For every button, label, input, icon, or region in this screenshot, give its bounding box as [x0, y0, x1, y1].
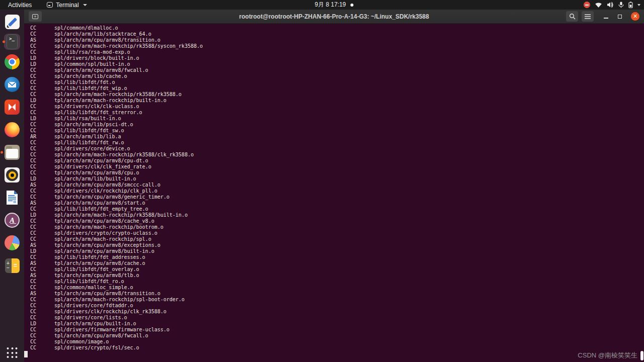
- build-log-line: CCspl/common/dlmalloc.o: [24, 25, 644, 31]
- minimize-icon: [604, 18, 608, 19]
- build-log-line: AStpl/arch/arm/cpu/armv8/tlb.o: [24, 273, 644, 279]
- build-log-line: ASspl/arch/arm/cpu/armv8/start.o: [24, 200, 644, 206]
- build-log-line: CCspl/arch/arm/mach-rockchip/rk3588/sysc…: [24, 43, 644, 49]
- build-log-line: CCspl/common/malloc_simple.o: [24, 285, 644, 291]
- watermark: CSDN @南棱笑笑生: [578, 351, 637, 360]
- system-tray[interactable]: [584, 0, 640, 10]
- build-log-line: CCspl/common/image.o: [24, 339, 644, 345]
- build-log-line: AStpl/arch/arm/cpu/armv8/exceptions.o: [24, 242, 644, 248]
- build-log-line: CCspl/arch/arm/lib/stacktrace_64.o: [24, 31, 644, 37]
- dock-item-rhythmbox[interactable]: [4, 167, 20, 183]
- build-log-line: CCspl/arch/arm/lib/psci-dt.o: [24, 122, 644, 128]
- build-log-line: CCspl/arch/arm/mach-rockchip/spl-boot-or…: [24, 297, 644, 303]
- build-log-line: ASspl/arch/arm/cpu/armv8/smccc-call.o: [24, 182, 644, 188]
- new-tab-button[interactable]: +: [29, 11, 42, 22]
- build-log-line: CCspl/lib/libfdt/fdt_strerror.o: [24, 110, 644, 116]
- build-log-line: CCspl/lib/libfdt/fdt_addresses.o: [24, 254, 644, 260]
- dock-item-video-app[interactable]: [4, 99, 20, 115]
- search-icon: [569, 13, 576, 20]
- build-log-line: ARspl/arch/arm/lib/lib.a: [24, 134, 644, 140]
- dock-item-firefox[interactable]: [4, 122, 20, 138]
- dock-item-text-editor[interactable]: [4, 14, 20, 30]
- wifi-icon: [595, 2, 602, 8]
- thunderbird-icon: [5, 77, 20, 92]
- pie-chart-icon: [5, 235, 20, 250]
- dock: >_: [0, 10, 24, 362]
- build-log-line: CCspl/drivers/firmware/firmware-uclass.o: [24, 327, 644, 333]
- clock-menu[interactable]: 9月 8 17:19: [314, 1, 353, 9]
- build-log-line: CCspl/lib/rsa/rsa-mod-exp.o: [24, 49, 644, 55]
- build-log-line: CCspl/lib/libfdt/fdt_sw.o: [24, 128, 644, 134]
- build-log-line: CCspl/lib/libfdt/fdt_overlay.o: [24, 266, 644, 273]
- build-log-line: CCspl/lib/libfdt/fdt.o: [24, 79, 644, 85]
- headerbar[interactable]: + rootroot@rootroot-HP-ZHAN-66-Pro-A-14-…: [24, 10, 644, 24]
- chevron-down-icon: [83, 4, 87, 6]
- volume-icon: [607, 2, 614, 8]
- build-log-line: CCspl/arch/arm/cpu/armv8/cpu-dt.o: [24, 158, 644, 164]
- terminal-icon: >_: [7, 34, 18, 49]
- close-icon: ✕: [633, 14, 637, 19]
- clock-label: 9月 8 17:19: [314, 1, 346, 9]
- build-log-line: CCtpl/arch/arm/cpu/armv8/fwcall.o: [24, 333, 644, 339]
- maximize-icon: [618, 15, 622, 19]
- build-log-line: CCspl/arch/arm/mach-rockchip/rk3588/clk_…: [24, 152, 644, 158]
- dock-item-calculator[interactable]: +−=: [4, 257, 20, 274]
- dock-item-disk-usage-analyzer[interactable]: [4, 235, 20, 251]
- build-log-line: CCspl/drivers/core/device.o: [24, 146, 644, 152]
- build-log-line: CCspl/lib/libfdt/fdt_ro.o: [24, 279, 644, 285]
- ubuntu-software-icon: A: [5, 213, 20, 228]
- hamburger-icon: [585, 14, 591, 19]
- activities-button[interactable]: Activities: [5, 2, 35, 9]
- microphone-icon: [618, 2, 624, 8]
- build-log-line: LDspl/arch/arm/mach-rockchip/rk3588/buil…: [24, 212, 644, 218]
- chrome-icon: [5, 54, 20, 69]
- libreoffice-writer-icon: [6, 190, 18, 205]
- build-log-line: CCspl/arch/arm/mach-rockchip/rk3588/rk35…: [24, 92, 644, 98]
- build-log-line: CCspl/drivers/core/lists.o: [24, 315, 644, 321]
- build-log-line: CCspl/lib/libfdt/fdt_empty_tree.o: [24, 206, 644, 212]
- build-log-line: AStpl/arch/arm/cpu/armv8/transition.o: [24, 291, 644, 297]
- running-indicator: [3, 41, 5, 43]
- dock-item-libreoffice-writer[interactable]: [4, 190, 20, 206]
- menu-button[interactable]: [582, 11, 594, 22]
- close-button[interactable]: ✕: [631, 12, 639, 21]
- build-log-line: LDspl/lib/rsa/built-in.o: [24, 116, 644, 122]
- show-applications-button[interactable]: [7, 347, 18, 358]
- dock-item-ubuntu-software[interactable]: A: [4, 212, 20, 228]
- scrollbar-thumb[interactable]: [640, 351, 643, 360]
- dock-item-thunderbird[interactable]: [4, 76, 20, 93]
- build-log-line: AStpl/arch/arm/cpu/armv8/cache.o: [24, 260, 644, 266]
- dock-item-terminal[interactable]: >_: [4, 34, 20, 50]
- terminal-viewport[interactable]: CCspl/common/dlmalloc.o CCspl/arch/arm/l…: [24, 24, 644, 362]
- dock-item-files[interactable]: [4, 144, 20, 160]
- running-indicator: [1, 151, 3, 154]
- build-log-line: CCspl/arch/arm/lib/cache.o: [24, 73, 644, 79]
- minimize-button[interactable]: [602, 13, 610, 21]
- build-log-line: CCspl/drivers/clk/rockchip/clk_pll.o: [24, 188, 644, 194]
- terminal-cursor: [24, 351, 28, 357]
- maximize-button[interactable]: [616, 13, 624, 21]
- video-app-icon: [5, 100, 20, 115]
- search-button[interactable]: [566, 11, 578, 22]
- build-log-line: CCtpl/arch/arm/cpu/armv8/cpu.o: [24, 170, 644, 176]
- files-icon: [5, 145, 20, 160]
- build-log-line: CCspl/drivers/clk/clk_fixed_rate.o: [24, 164, 644, 170]
- build-log-line: ASspl/arch/arm/cpu/armv8/transition.o: [24, 37, 644, 43]
- firefox-icon: [5, 122, 20, 137]
- build-log-line: CCspl/arch/arm/cpu/armv8/fwcall.o: [24, 67, 644, 73]
- build-log-line: LDtpl/arch/arm/cpu/built-in.o: [24, 321, 644, 327]
- app-menu[interactable]: Terminal: [47, 2, 87, 9]
- terminal-window: + rootroot@rootroot-HP-ZHAN-66-Pro-A-14-…: [24, 10, 644, 362]
- build-log-line: CCspl/arch/arm/mach-rockchip/spl.o: [24, 236, 644, 242]
- build-log-line: CCspl/drivers/crypto/fsl/sec.o: [24, 345, 644, 351]
- build-log-line: LDtpl/arch/arm/mach-rockchip/built-in.o: [24, 98, 644, 104]
- build-log-line: CCspl/drivers/clk/rockchip/clk_rk3588.o: [24, 309, 644, 315]
- do-not-disturb-icon: [584, 2, 590, 8]
- build-log-line: CCspl/drivers/clk/clk-uclass.o: [24, 104, 644, 110]
- build-log-line: CCspl/lib/libfdt/fdt_rw.o: [24, 140, 644, 146]
- window-title: rootroot@rootroot-HP-ZHAN-66-Pro-A-14-G3…: [239, 13, 429, 20]
- text-editor-icon: [5, 15, 20, 29]
- build-log-line: CCspl/arch/arm/mach-rockchip/bootrom.o: [24, 224, 644, 230]
- dock-item-chrome[interactable]: [4, 54, 20, 70]
- build-log-line: CCtpl/arch/arm/cpu/armv8/generic_timer.o: [24, 194, 644, 200]
